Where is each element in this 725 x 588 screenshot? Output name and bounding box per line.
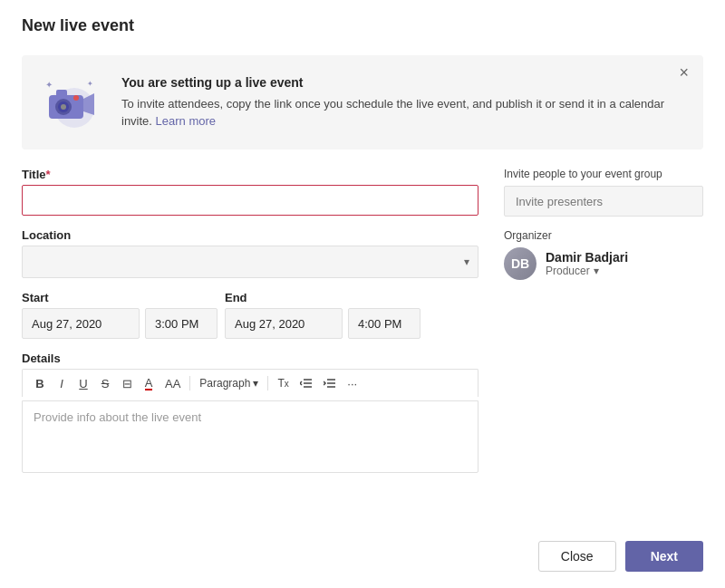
location-label: Location: [22, 228, 478, 242]
details-editor[interactable]: Provide info about the live event: [22, 400, 478, 473]
camera-illustration: ✦ ✦: [40, 70, 105, 135]
close-button[interactable]: Close: [538, 541, 616, 572]
dialog-title: New live event: [22, 16, 703, 35]
invite-section: Invite people to your event group: [504, 168, 703, 217]
title-input[interactable]: [22, 185, 478, 216]
indent-button[interactable]: ⊟: [117, 373, 137, 393]
title-label: Title*: [22, 168, 478, 181]
banner-description: To invite attendees, copy the link once …: [121, 95, 685, 130]
details-label: Details: [22, 352, 478, 365]
increase-indent-button[interactable]: [319, 373, 341, 393]
start-label: Start: [22, 291, 218, 304]
svg-text:✦: ✦: [87, 80, 93, 88]
clear-format-button[interactable]: Tx: [273, 373, 293, 393]
italic-button[interactable]: I: [52, 373, 72, 393]
organizer-details: Damir Badjari Producer ▾: [546, 250, 628, 277]
end-group: End: [225, 291, 420, 339]
more-options-button[interactable]: ···: [343, 373, 362, 393]
dialog-footer: Close Next: [0, 526, 725, 588]
underline-button[interactable]: U: [73, 373, 93, 393]
end-inputs: [225, 308, 420, 339]
paragraph-dropdown[interactable]: Paragraph ▾: [195, 374, 263, 392]
organizer-label: Organizer: [504, 229, 703, 242]
next-button[interactable]: Next: [625, 541, 703, 572]
organizer-info: DB Damir Badjari Producer ▾: [504, 247, 703, 280]
right-column: Invite people to your event group Organi…: [504, 168, 703, 526]
invite-label: Invite people to your event group: [504, 168, 703, 180]
start-time-input[interactable]: [145, 308, 218, 339]
svg-point-7: [73, 95, 79, 101]
learn-more-link[interactable]: Learn more: [156, 114, 216, 128]
svg-text:✦: ✦: [45, 80, 53, 90]
organizer-section: Organizer DB Damir Badjari Producer ▾: [504, 229, 703, 280]
toolbar-separator-2: [267, 376, 268, 390]
title-form-group: Title*: [22, 168, 478, 216]
bold-button[interactable]: B: [30, 373, 50, 393]
font-color-button[interactable]: A: [139, 373, 159, 393]
info-banner: ✦ ✦ You are setting up a live event To i…: [22, 55, 703, 149]
invite-input[interactable]: [504, 186, 703, 217]
strikethrough-button[interactable]: S: [95, 373, 115, 393]
organizer-role-dropdown[interactable]: Producer ▾: [546, 265, 628, 277]
location-select[interactable]: [22, 246, 478, 278]
dialog-close-button[interactable]: ×: [679, 64, 689, 81]
role-chevron-icon: ▾: [594, 265, 599, 277]
start-group: Start: [22, 291, 218, 339]
end-label: End: [225, 291, 420, 304]
new-live-event-dialog: New live event ✦ ✦: [0, 0, 725, 588]
start-inputs: [22, 308, 218, 339]
location-wrapper: ▾: [22, 246, 478, 278]
organizer-name: Damir Badjari: [546, 250, 628, 265]
avatar: DB: [504, 247, 536, 280]
banner-text: You are setting up a live event To invit…: [121, 75, 685, 130]
decrease-indent-button[interactable]: [295, 373, 317, 393]
dialog-body: Title* Location ▾ Start: [0, 149, 725, 526]
end-date-input[interactable]: [225, 308, 343, 339]
toolbar-separator-1: [189, 376, 190, 390]
end-time-input[interactable]: [348, 308, 420, 339]
location-form-group: Location ▾: [22, 228, 478, 278]
dialog-header: New live event: [0, 0, 725, 55]
svg-rect-6: [56, 90, 67, 97]
formatting-toolbar: B I U S ⊟ A AA Paragraph ▾ Tx: [22, 369, 478, 397]
svg-point-5: [61, 104, 66, 110]
start-date-input[interactable]: [22, 308, 140, 339]
banner-heading: You are setting up a live event: [121, 75, 685, 90]
datetime-row: Start End: [22, 291, 478, 339]
details-section: Details B I U S ⊟ A AA Paragraph ▾: [22, 352, 478, 473]
font-size-button[interactable]: AA: [160, 373, 185, 393]
left-column: Title* Location ▾ Start: [22, 168, 478, 526]
